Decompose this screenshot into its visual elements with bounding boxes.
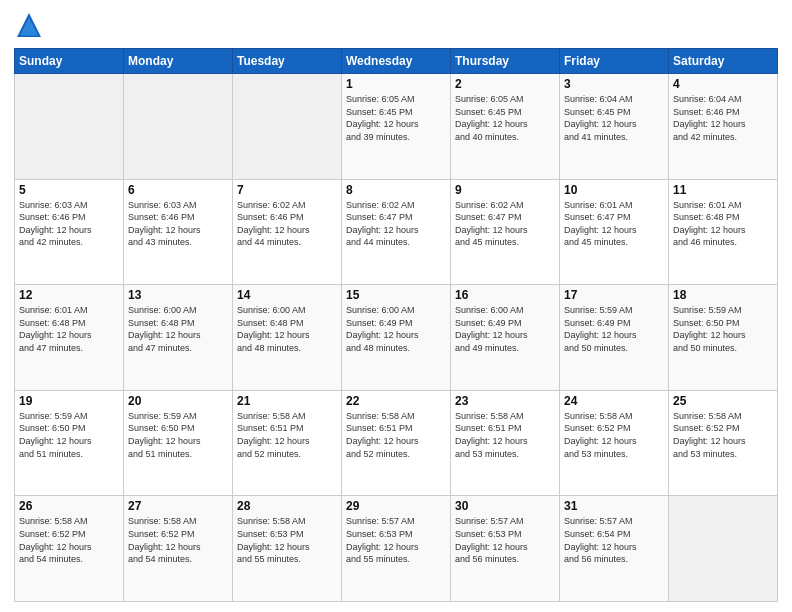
day-info: Sunrise: 6:02 AM Sunset: 6:47 PM Dayligh… [455, 199, 555, 249]
calendar-cell: 17Sunrise: 5:59 AM Sunset: 6:49 PM Dayli… [560, 285, 669, 391]
calendar-week-2: 5Sunrise: 6:03 AM Sunset: 6:46 PM Daylig… [15, 179, 778, 285]
day-number: 30 [455, 499, 555, 513]
calendar-cell [669, 496, 778, 602]
calendar-cell: 9Sunrise: 6:02 AM Sunset: 6:47 PM Daylig… [451, 179, 560, 285]
calendar-cell: 23Sunrise: 5:58 AM Sunset: 6:51 PM Dayli… [451, 390, 560, 496]
calendar-week-4: 19Sunrise: 5:59 AM Sunset: 6:50 PM Dayli… [15, 390, 778, 496]
day-info: Sunrise: 6:02 AM Sunset: 6:47 PM Dayligh… [346, 199, 446, 249]
day-number: 7 [237, 183, 337, 197]
calendar-cell: 26Sunrise: 5:58 AM Sunset: 6:52 PM Dayli… [15, 496, 124, 602]
day-info: Sunrise: 5:58 AM Sunset: 6:52 PM Dayligh… [673, 410, 773, 460]
day-number: 5 [19, 183, 119, 197]
calendar-cell: 30Sunrise: 5:57 AM Sunset: 6:53 PM Dayli… [451, 496, 560, 602]
calendar-cell: 22Sunrise: 5:58 AM Sunset: 6:51 PM Dayli… [342, 390, 451, 496]
day-info: Sunrise: 5:58 AM Sunset: 6:52 PM Dayligh… [19, 515, 119, 565]
day-number: 26 [19, 499, 119, 513]
day-number: 28 [237, 499, 337, 513]
day-info: Sunrise: 5:57 AM Sunset: 6:54 PM Dayligh… [564, 515, 664, 565]
weekday-header-monday: Monday [124, 49, 233, 74]
day-info: Sunrise: 5:58 AM Sunset: 6:52 PM Dayligh… [128, 515, 228, 565]
day-info: Sunrise: 6:01 AM Sunset: 6:48 PM Dayligh… [673, 199, 773, 249]
calendar-cell: 19Sunrise: 5:59 AM Sunset: 6:50 PM Dayli… [15, 390, 124, 496]
day-number: 16 [455, 288, 555, 302]
calendar-cell: 12Sunrise: 6:01 AM Sunset: 6:48 PM Dayli… [15, 285, 124, 391]
calendar-cell: 14Sunrise: 6:00 AM Sunset: 6:48 PM Dayli… [233, 285, 342, 391]
day-number: 27 [128, 499, 228, 513]
day-info: Sunrise: 6:05 AM Sunset: 6:45 PM Dayligh… [346, 93, 446, 143]
day-number: 2 [455, 77, 555, 91]
day-info: Sunrise: 6:01 AM Sunset: 6:48 PM Dayligh… [19, 304, 119, 354]
calendar-cell: 28Sunrise: 5:58 AM Sunset: 6:53 PM Dayli… [233, 496, 342, 602]
calendar-cell: 8Sunrise: 6:02 AM Sunset: 6:47 PM Daylig… [342, 179, 451, 285]
day-info: Sunrise: 6:05 AM Sunset: 6:45 PM Dayligh… [455, 93, 555, 143]
day-info: Sunrise: 6:01 AM Sunset: 6:47 PM Dayligh… [564, 199, 664, 249]
calendar-cell: 2Sunrise: 6:05 AM Sunset: 6:45 PM Daylig… [451, 74, 560, 180]
day-number: 9 [455, 183, 555, 197]
day-number: 23 [455, 394, 555, 408]
day-info: Sunrise: 6:04 AM Sunset: 6:45 PM Dayligh… [564, 93, 664, 143]
day-info: Sunrise: 5:58 AM Sunset: 6:53 PM Dayligh… [237, 515, 337, 565]
day-number: 3 [564, 77, 664, 91]
calendar-week-1: 1Sunrise: 6:05 AM Sunset: 6:45 PM Daylig… [15, 74, 778, 180]
calendar-cell: 15Sunrise: 6:00 AM Sunset: 6:49 PM Dayli… [342, 285, 451, 391]
calendar-cell: 21Sunrise: 5:58 AM Sunset: 6:51 PM Dayli… [233, 390, 342, 496]
logo-icon [14, 10, 44, 40]
calendar-cell: 20Sunrise: 5:59 AM Sunset: 6:50 PM Dayli… [124, 390, 233, 496]
day-number: 25 [673, 394, 773, 408]
calendar-cell: 13Sunrise: 6:00 AM Sunset: 6:48 PM Dayli… [124, 285, 233, 391]
calendar-cell [15, 74, 124, 180]
calendar-cell: 1Sunrise: 6:05 AM Sunset: 6:45 PM Daylig… [342, 74, 451, 180]
calendar-cell: 18Sunrise: 5:59 AM Sunset: 6:50 PM Dayli… [669, 285, 778, 391]
weekday-header-tuesday: Tuesday [233, 49, 342, 74]
calendar-cell: 27Sunrise: 5:58 AM Sunset: 6:52 PM Dayli… [124, 496, 233, 602]
day-number: 22 [346, 394, 446, 408]
weekday-header-wednesday: Wednesday [342, 49, 451, 74]
calendar-table: SundayMondayTuesdayWednesdayThursdayFrid… [14, 48, 778, 602]
day-number: 19 [19, 394, 119, 408]
day-number: 10 [564, 183, 664, 197]
day-info: Sunrise: 5:57 AM Sunset: 6:53 PM Dayligh… [346, 515, 446, 565]
day-number: 14 [237, 288, 337, 302]
weekday-header-thursday: Thursday [451, 49, 560, 74]
day-info: Sunrise: 5:58 AM Sunset: 6:51 PM Dayligh… [346, 410, 446, 460]
day-info: Sunrise: 5:59 AM Sunset: 6:49 PM Dayligh… [564, 304, 664, 354]
day-number: 15 [346, 288, 446, 302]
day-number: 11 [673, 183, 773, 197]
day-info: Sunrise: 6:00 AM Sunset: 6:49 PM Dayligh… [346, 304, 446, 354]
day-info: Sunrise: 6:00 AM Sunset: 6:48 PM Dayligh… [128, 304, 228, 354]
day-number: 20 [128, 394, 228, 408]
day-info: Sunrise: 5:59 AM Sunset: 6:50 PM Dayligh… [128, 410, 228, 460]
calendar-cell: 7Sunrise: 6:02 AM Sunset: 6:46 PM Daylig… [233, 179, 342, 285]
day-info: Sunrise: 5:57 AM Sunset: 6:53 PM Dayligh… [455, 515, 555, 565]
logo [14, 10, 48, 40]
calendar-cell: 31Sunrise: 5:57 AM Sunset: 6:54 PM Dayli… [560, 496, 669, 602]
calendar-cell: 6Sunrise: 6:03 AM Sunset: 6:46 PM Daylig… [124, 179, 233, 285]
day-number: 1 [346, 77, 446, 91]
day-info: Sunrise: 6:02 AM Sunset: 6:46 PM Dayligh… [237, 199, 337, 249]
day-number: 17 [564, 288, 664, 302]
calendar-cell: 24Sunrise: 5:58 AM Sunset: 6:52 PM Dayli… [560, 390, 669, 496]
calendar-cell: 25Sunrise: 5:58 AM Sunset: 6:52 PM Dayli… [669, 390, 778, 496]
calendar-cell: 3Sunrise: 6:04 AM Sunset: 6:45 PM Daylig… [560, 74, 669, 180]
calendar-cell [124, 74, 233, 180]
day-info: Sunrise: 6:03 AM Sunset: 6:46 PM Dayligh… [19, 199, 119, 249]
calendar-cell [233, 74, 342, 180]
calendar-week-5: 26Sunrise: 5:58 AM Sunset: 6:52 PM Dayli… [15, 496, 778, 602]
day-info: Sunrise: 5:58 AM Sunset: 6:51 PM Dayligh… [455, 410, 555, 460]
day-number: 12 [19, 288, 119, 302]
weekday-header-sunday: Sunday [15, 49, 124, 74]
weekday-header-friday: Friday [560, 49, 669, 74]
day-info: Sunrise: 5:59 AM Sunset: 6:50 PM Dayligh… [673, 304, 773, 354]
weekday-header-saturday: Saturday [669, 49, 778, 74]
header [14, 10, 778, 40]
page: SundayMondayTuesdayWednesdayThursdayFrid… [0, 0, 792, 612]
day-number: 29 [346, 499, 446, 513]
day-info: Sunrise: 6:04 AM Sunset: 6:46 PM Dayligh… [673, 93, 773, 143]
day-info: Sunrise: 5:58 AM Sunset: 6:51 PM Dayligh… [237, 410, 337, 460]
day-number: 8 [346, 183, 446, 197]
day-number: 21 [237, 394, 337, 408]
calendar-cell: 10Sunrise: 6:01 AM Sunset: 6:47 PM Dayli… [560, 179, 669, 285]
calendar-cell: 4Sunrise: 6:04 AM Sunset: 6:46 PM Daylig… [669, 74, 778, 180]
day-number: 13 [128, 288, 228, 302]
weekday-row: SundayMondayTuesdayWednesdayThursdayFrid… [15, 49, 778, 74]
